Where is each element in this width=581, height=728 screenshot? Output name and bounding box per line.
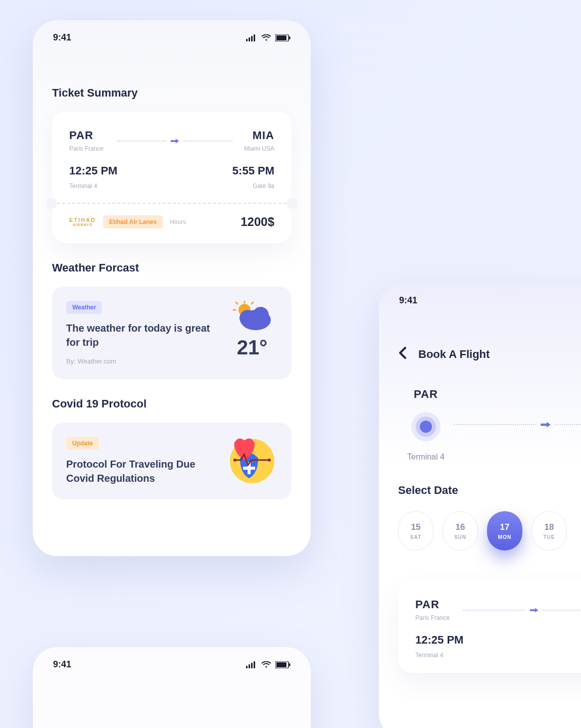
phone-screen-ticket-summary: 9:41 Ticket Summary PAR Paris France 12:… xyxy=(33,20,311,556)
from-code: PAR xyxy=(415,598,463,611)
svg-rect-0 xyxy=(246,39,248,41)
date-num: 15 xyxy=(411,522,421,532)
phone-screen-peek: 9:41 xyxy=(33,647,311,728)
from-city: Paris France xyxy=(415,614,463,621)
route-visual: PAR Terminal 4 xyxy=(398,388,581,462)
date-day: MON xyxy=(498,534,511,540)
page-title: Ticket Summary xyxy=(52,86,292,100)
svg-rect-22 xyxy=(251,663,253,668)
status-time: 9:41 xyxy=(53,32,71,43)
weather-icon xyxy=(230,301,274,332)
date-day: SAT xyxy=(410,534,421,540)
from-city: Paris France xyxy=(69,145,117,152)
svg-point-14 xyxy=(253,307,269,323)
date-chip[interactable]: 15 SAT xyxy=(398,511,433,551)
wifi-icon xyxy=(261,34,271,41)
ticket-card[interactable]: PAR Paris France 12:25 PM Terminal 4 5:5 xyxy=(398,581,581,673)
airline-badge: Etihad Air Lanes xyxy=(103,215,163,229)
battery-icon xyxy=(275,34,290,41)
svg-rect-6 xyxy=(289,36,290,39)
status-bar: 9:41 xyxy=(33,647,311,675)
svg-point-18 xyxy=(233,459,236,462)
from-time: 12:25 PM xyxy=(69,164,117,177)
date-chip[interactable]: 18 TUE xyxy=(531,511,567,551)
phone-screen-book-flight: 9:41 Book A Flight PAR Terminal 4 Select… xyxy=(379,283,581,728)
weather-summary: The weather for today is great for trip xyxy=(66,321,217,349)
cellular-icon xyxy=(246,34,257,41)
from-terminal: Terminal 4 xyxy=(415,652,463,659)
svg-line-11 xyxy=(252,302,253,304)
weather-card[interactable]: Weather The weather for today is great f… xyxy=(52,287,292,379)
from-terminal: Terminal 4 xyxy=(69,183,117,190)
ticket-price: 1200$ xyxy=(240,215,274,229)
airline-logo: ETIHAD AIRWAYS xyxy=(69,217,96,226)
ticket-card[interactable]: PAR Paris France 12:25 PM Terminal 4 MIA… xyxy=(52,112,292,243)
weather-source: By: Weather.com xyxy=(66,357,217,365)
date-picker: 15 SAT 16 SUN 17 MON 18 TUE xyxy=(398,511,581,551)
to-code: MIA xyxy=(253,129,274,142)
date-day: TUE xyxy=(544,534,555,540)
from-code: PAR xyxy=(69,129,117,142)
svg-rect-25 xyxy=(276,662,286,667)
wifi-icon xyxy=(261,661,271,668)
covid-badge: Update xyxy=(66,437,99,450)
status-time: 9:41 xyxy=(399,295,417,306)
plane-icon xyxy=(528,605,540,616)
hours-label: Hours xyxy=(170,218,186,225)
battery-icon xyxy=(275,661,290,668)
date-num: 17 xyxy=(500,522,510,532)
date-num: 18 xyxy=(545,522,554,532)
date-day: SUN xyxy=(454,534,466,540)
svg-rect-1 xyxy=(249,37,250,41)
date-num: 16 xyxy=(456,522,465,532)
status-bar: 9:41 xyxy=(379,283,581,311)
svg-rect-20 xyxy=(246,666,248,668)
svg-rect-3 xyxy=(254,34,255,41)
covid-summary: Protocol For Traveling Due Covid Regulat… xyxy=(66,457,217,485)
status-icons xyxy=(246,34,290,41)
back-button[interactable] xyxy=(398,346,406,362)
status-bar: 9:41 xyxy=(33,20,311,48)
to-city: Miami USA xyxy=(244,145,274,152)
from-time: 12:25 PM xyxy=(415,633,463,647)
svg-point-19 xyxy=(268,459,271,462)
cellular-icon xyxy=(246,661,257,668)
to-gate: Gate 9a xyxy=(253,183,274,190)
chevron-left-icon xyxy=(398,347,406,359)
svg-rect-23 xyxy=(254,661,255,668)
covid-card[interactable]: Update Protocol For Traveling Due Covid … xyxy=(52,423,292,499)
from-code: PAR xyxy=(414,388,438,401)
to-time: 5:55 PM xyxy=(232,164,274,177)
svg-rect-2 xyxy=(251,36,253,41)
page-title: Book A Flight xyxy=(418,348,490,361)
date-chip-active[interactable]: 17 MON xyxy=(487,511,522,551)
origin-dot[interactable] xyxy=(411,412,441,441)
plane-icon xyxy=(539,418,552,431)
svg-rect-26 xyxy=(289,663,290,666)
weather-badge: Weather xyxy=(66,301,102,314)
health-shield-icon xyxy=(228,437,276,485)
status-icons xyxy=(246,661,290,668)
svg-rect-17 xyxy=(243,467,255,470)
covid-section-title: Covid 19 Protocol xyxy=(52,397,292,411)
svg-rect-21 xyxy=(249,664,250,668)
ticket-divider xyxy=(52,203,292,204)
date-chip[interactable]: 16 SUN xyxy=(443,511,478,551)
plane-icon xyxy=(169,135,180,147)
svg-line-10 xyxy=(236,302,237,304)
temperature: 21° xyxy=(237,336,268,359)
select-date-label: Select Date xyxy=(398,484,581,497)
from-terminal: Terminal 4 xyxy=(407,452,445,462)
svg-rect-5 xyxy=(276,35,286,40)
status-time: 9:41 xyxy=(53,659,71,670)
weather-section-title: Weather Forcast xyxy=(52,261,292,275)
